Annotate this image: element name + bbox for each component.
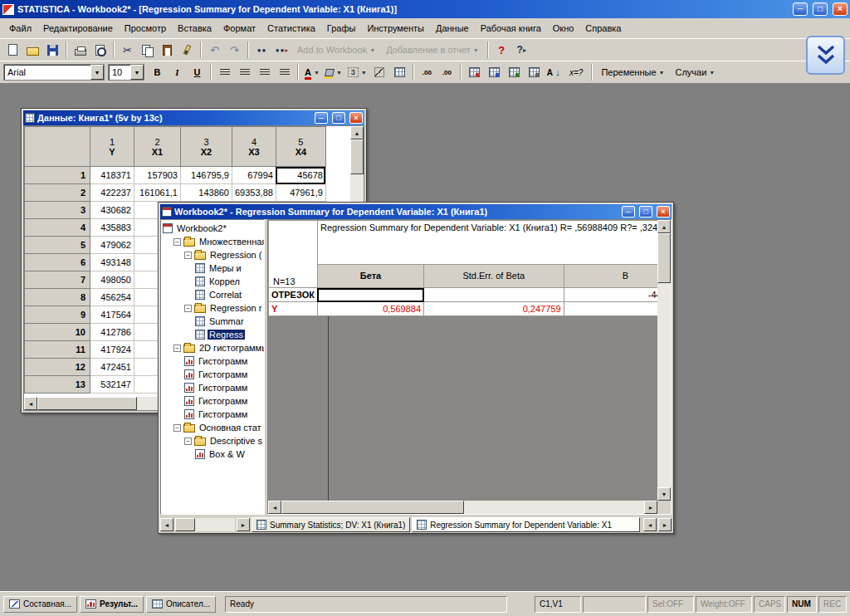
toggle-grid-button[interactable] bbox=[390, 63, 409, 81]
bold-button[interactable]: B bbox=[148, 63, 167, 81]
tree-expander-icon[interactable]: − bbox=[173, 238, 181, 246]
tree-item-5[interactable]: Коррел bbox=[161, 275, 264, 288]
data-cell[interactable]: 45678 bbox=[276, 167, 325, 184]
data-corner-cell[interactable] bbox=[25, 127, 90, 167]
menu-item-4[interactable]: Вставка bbox=[172, 20, 217, 37]
data-cell[interactable]: 498050 bbox=[90, 271, 134, 289]
borders-button[interactable]: 3▼ bbox=[345, 63, 369, 81]
tree-item-14[interactable]: Гистограмм bbox=[161, 394, 264, 408]
menu-item-9[interactable]: Данные bbox=[430, 20, 475, 37]
hatch-button[interactable] bbox=[370, 63, 389, 81]
font-size-combo[interactable]: 10 ▼ bbox=[108, 64, 144, 81]
scroll-right-icon[interactable]: ► bbox=[644, 501, 657, 514]
data-cell[interactable]: 472451 bbox=[90, 359, 134, 376]
combo-arrow-icon[interactable]: ▼ bbox=[90, 65, 104, 80]
print-preview-button[interactable] bbox=[90, 41, 110, 59]
results-column-header[interactable]: Бета bbox=[317, 265, 423, 288]
move-variable-button[interactable] bbox=[505, 63, 524, 81]
tree-scroll-right-icon[interactable]: ► bbox=[237, 518, 250, 531]
data-cell[interactable]: 479062 bbox=[90, 237, 134, 254]
tab-scroll-left-icon[interactable]: ◄ bbox=[643, 518, 657, 531]
scrollbar-thumb[interactable] bbox=[350, 139, 364, 174]
results-n-cell[interactable]: N=13 bbox=[269, 221, 318, 288]
variables-button[interactable]: Переменные▼ bbox=[596, 63, 669, 81]
tree-item-9[interactable]: Regress bbox=[161, 328, 264, 341]
save-button[interactable] bbox=[43, 41, 62, 59]
scroll-up-icon[interactable]: ▲ bbox=[350, 126, 364, 139]
tree-item-7[interactable]: −Regression r bbox=[161, 301, 264, 315]
row-header-7[interactable]: 7 bbox=[25, 271, 90, 289]
results-cell[interactable]: 0,5 bbox=[564, 302, 657, 316]
results-cell[interactable] bbox=[317, 288, 423, 302]
workbook-maximize-button[interactable]: □ bbox=[639, 206, 652, 218]
scrollbar-thumb[interactable] bbox=[37, 397, 137, 410]
data-cell[interactable]: 493148 bbox=[90, 254, 134, 271]
scrollbar-thumb[interactable] bbox=[281, 501, 464, 514]
tree-expander-icon[interactable]: − bbox=[184, 305, 192, 312]
tree-item-15[interactable]: Гистограмм bbox=[161, 408, 264, 421]
results-cell[interactable]: 0,569884 bbox=[317, 302, 423, 316]
row-header-10[interactable]: 10 bbox=[25, 324, 90, 341]
column-header-Y[interactable]: 1Y bbox=[90, 127, 134, 167]
data-cell[interactable]: 422237 bbox=[90, 184, 134, 202]
column-header-X4[interactable]: 5X4 bbox=[276, 127, 325, 167]
doc-tab-composite[interactable]: Составная... bbox=[3, 596, 77, 613]
row-header-3[interactable]: 3 bbox=[25, 202, 90, 219]
row-header-13[interactable]: 13 bbox=[25, 376, 90, 394]
data-cell[interactable]: 157903 bbox=[134, 167, 181, 184]
scrollbar-track[interactable] bbox=[464, 501, 644, 514]
open-file-button[interactable] bbox=[23, 41, 42, 59]
align-left-button[interactable] bbox=[215, 63, 234, 81]
data-cell[interactable]: 47961,9 bbox=[276, 184, 325, 202]
decrease-decimals-button[interactable]: .00 bbox=[437, 63, 457, 81]
results-row-header-ОТРЕЗОК[interactable]: ОТРЕЗОК bbox=[269, 288, 318, 302]
cut-button[interactable] bbox=[118, 41, 137, 59]
column-header-X1[interactable]: 2X1 bbox=[134, 127, 181, 167]
row-header-2[interactable]: 2 bbox=[25, 184, 90, 202]
menu-item-7[interactable]: Графы bbox=[321, 20, 362, 37]
tree-expander-icon[interactable]: − bbox=[184, 438, 192, 445]
combo-arrow-icon[interactable]: ▼ bbox=[130, 65, 144, 80]
data-cell[interactable]: 67994 bbox=[232, 167, 276, 184]
align-right-button[interactable] bbox=[255, 63, 274, 81]
scroll-left-icon[interactable]: ◄ bbox=[24, 397, 37, 410]
doc-tab-results[interactable]: Результ... bbox=[80, 596, 144, 613]
insert-variable-button[interactable] bbox=[465, 63, 484, 81]
menu-item-1[interactable]: Файл bbox=[3, 20, 37, 37]
scroll-down-icon[interactable]: ▼ bbox=[657, 487, 671, 501]
tree-scroll-left-icon[interactable]: ◄ bbox=[160, 518, 173, 531]
data-cell[interactable]: 143860 bbox=[181, 184, 232, 202]
align-justify-button[interactable] bbox=[275, 63, 294, 81]
workbook-close-button[interactable]: × bbox=[657, 206, 670, 218]
tree-expander-icon[interactable]: − bbox=[184, 252, 192, 259]
tab-scroll-right-icon[interactable]: ► bbox=[658, 518, 672, 531]
tab-summary-statistics[interactable]: Summary Statistics; DV: X1 (Книга1) bbox=[252, 517, 410, 532]
menu-item-10[interactable]: Рабочая книга bbox=[475, 20, 547, 37]
menu-item-2[interactable]: Редактирование bbox=[37, 20, 119, 37]
data-cell[interactable]: 417924 bbox=[90, 341, 134, 359]
data-cell[interactable]: 456254 bbox=[90, 289, 134, 306]
data-cell[interactable]: 430682 bbox=[90, 202, 134, 219]
column-header-X3[interactable]: 4X3 bbox=[232, 127, 276, 167]
row-header-9[interactable]: 9 bbox=[25, 306, 90, 324]
tree-item-1[interactable]: Workbook2* bbox=[161, 222, 264, 235]
help-button[interactable] bbox=[492, 41, 511, 59]
results-column-header[interactable]: Std.Err. of Beta bbox=[424, 265, 564, 288]
menu-item-6[interactable]: Статистика bbox=[261, 20, 321, 37]
workbook-title-bar[interactable]: Workbook2* - Regression Summary for Depe… bbox=[160, 204, 672, 219]
tree-scrollbar-thumb[interactable] bbox=[175, 518, 195, 531]
results-cell[interactable] bbox=[424, 288, 564, 302]
data-cell[interactable]: 161061,1 bbox=[134, 184, 181, 202]
menu-item-11[interactable]: Окно bbox=[547, 20, 580, 37]
results-row-header-Y[interactable]: Y bbox=[269, 302, 318, 316]
cases-button[interactable]: Случаи▼ bbox=[670, 63, 720, 81]
menu-item-12[interactable]: Справка bbox=[579, 20, 627, 37]
scrollbar-thumb[interactable] bbox=[657, 233, 671, 283]
find-button[interactable] bbox=[252, 41, 271, 59]
results-cell[interactable]: 0,247759 bbox=[424, 302, 564, 316]
tree-item-3[interactable]: −Regression ( bbox=[161, 248, 264, 262]
statistica-quick-button[interactable] bbox=[806, 36, 845, 75]
results-cell[interactable]: -44005,4 bbox=[564, 288, 657, 302]
font-family-combo[interactable]: Arial ▼ bbox=[3, 64, 105, 81]
data-cell[interactable]: 435883 bbox=[90, 219, 134, 237]
